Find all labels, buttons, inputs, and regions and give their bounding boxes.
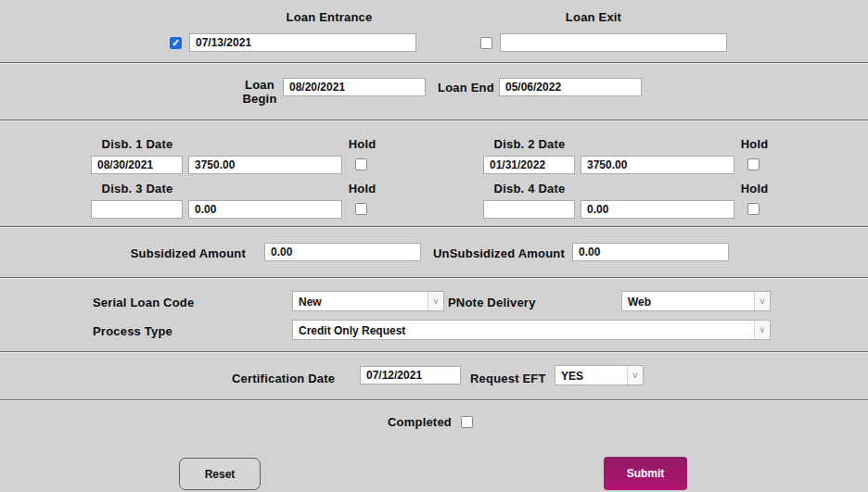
certification-date-label: Certification Date: [232, 372, 335, 385]
subsidized-amount-input[interactable]: [264, 243, 421, 261]
disb-2-hold-label: Hold: [734, 137, 775, 151]
disb-1-hold-checkbox[interactable]: [355, 158, 367, 170]
serial-loan-code-label: Serial Loan Code: [93, 296, 194, 309]
section-divider: [0, 62, 868, 64]
loan-end-label: Loan End: [438, 81, 494, 95]
disb-3-amount-input[interactable]: [188, 200, 342, 219]
disb-1-amount-input[interactable]: [188, 156, 342, 174]
section-divider: [0, 120, 868, 121]
loan-exit-date-input[interactable]: [500, 33, 727, 52]
serial-loan-code-select[interactable]: New ˅: [292, 291, 444, 311]
loan-end-input[interactable]: [499, 78, 642, 96]
reset-button[interactable]: Reset: [179, 458, 261, 490]
unsubsidized-amount-input[interactable]: [572, 243, 729, 261]
loan-form: Loan Entrance Loan Exit Loan Begin Loan …: [0, 0, 868, 492]
disb-2-amount-input[interactable]: [581, 156, 734, 174]
process-type-label: Process Type: [93, 324, 172, 338]
section-divider: [0, 399, 868, 401]
completed-label: Completed: [388, 415, 452, 429]
disb-4-date-label: Disb. 4 Date: [483, 182, 576, 196]
pnote-delivery-select[interactable]: Web ˅: [621, 291, 771, 311]
process-type-select[interactable]: Credit Only Request ˅: [292, 320, 771, 340]
disb-4-date-input[interactable]: [483, 200, 575, 219]
disb-4-hold-label: Hold: [734, 182, 775, 196]
disb-2-hold-checkbox[interactable]: [747, 158, 760, 170]
disb-3-date-input[interactable]: [91, 200, 183, 219]
loan-entrance-date-input[interactable]: [189, 33, 416, 52]
disb-3-date-label: Disb. 3 Date: [91, 182, 184, 196]
disb-1-date-label: Disb. 1 Date: [91, 137, 184, 151]
section-divider: [0, 226, 868, 228]
pnote-delivery-label: PNote Delivery: [448, 296, 536, 309]
loan-exit-checkbox[interactable]: [480, 37, 492, 49]
disb-1-date-input[interactable]: [91, 156, 183, 174]
request-eft-label: Request EFT: [470, 372, 546, 385]
process-type-value: Credit Only Request: [293, 321, 754, 339]
section-divider: [0, 351, 868, 353]
chevron-down-icon: ˅: [754, 321, 770, 339]
chevron-down-icon: ˅: [428, 292, 443, 310]
disb-4-amount-input[interactable]: [581, 200, 734, 219]
serial-loan-code-value: New: [293, 292, 428, 310]
request-eft-select[interactable]: YES ˅: [555, 365, 644, 385]
submit-button[interactable]: Submit: [604, 457, 687, 490]
disb-3-hold-checkbox[interactable]: [355, 203, 367, 215]
chevron-down-icon: ˅: [754, 292, 770, 310]
disb-3-hold-label: Hold: [341, 182, 383, 196]
disb-1-hold-label: Hold: [341, 137, 383, 151]
request-eft-value: YES: [555, 366, 627, 385]
section-divider: [0, 277, 868, 279]
disb-2-date-input[interactable]: [483, 156, 575, 174]
subsidized-amount-label: Subsidized Amount: [107, 246, 246, 260]
certification-date-input[interactable]: [360, 366, 461, 385]
loan-entrance-checkbox[interactable]: [170, 37, 182, 49]
loan-begin-input[interactable]: [283, 78, 426, 96]
loan-entrance-label: Loan Entrance: [236, 10, 422, 24]
disb-2-date-label: Disb. 2 Date: [483, 137, 576, 151]
chevron-down-icon: ˅: [627, 366, 643, 385]
completed-checkbox[interactable]: [461, 416, 473, 428]
disb-4-hold-checkbox[interactable]: [747, 203, 760, 215]
loan-begin-label: Loan Begin: [234, 78, 286, 106]
unsubsidized-amount-label: UnSubsidized Amount: [433, 246, 565, 260]
loan-exit-label: Loan Exit: [501, 10, 686, 24]
pnote-delivery-value: Web: [622, 292, 754, 310]
